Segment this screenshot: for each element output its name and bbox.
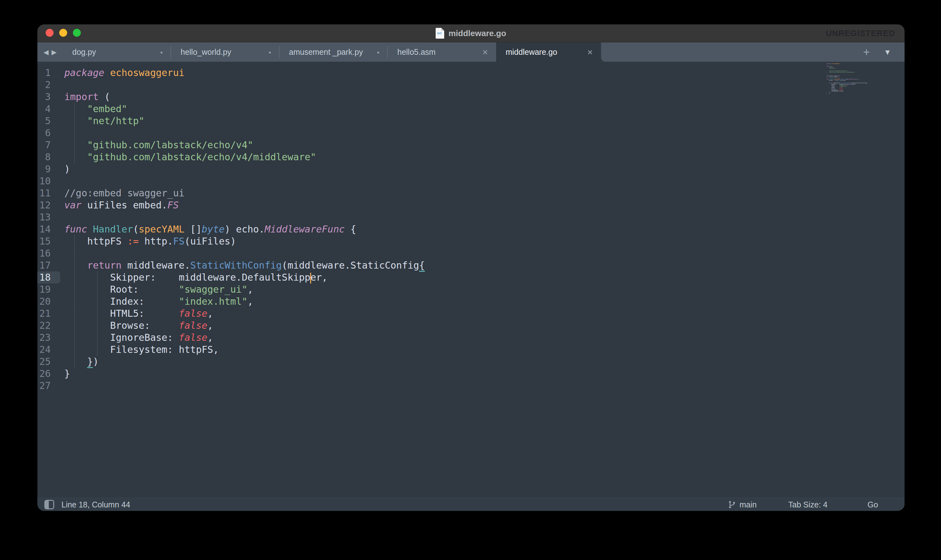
line-number[interactable]: 22 bbox=[37, 320, 60, 332]
line-number[interactable]: 2 bbox=[37, 79, 60, 91]
new-tab-button[interactable]: + bbox=[863, 46, 870, 58]
tab-nav: ◀ ▶ bbox=[37, 42, 63, 62]
code-line-7[interactable]: 7 "github.com/labstack/echo/v4" bbox=[37, 139, 904, 151]
close-tab-icon[interactable]: × bbox=[482, 47, 488, 58]
go-logo: GO bbox=[436, 32, 441, 35]
tab-hello-world.py[interactable]: hello_world.py● bbox=[171, 42, 279, 62]
line-number[interactable]: 21 bbox=[37, 308, 60, 320]
line-number[interactable]: 12 bbox=[37, 199, 60, 211]
code-line-9[interactable]: 9) bbox=[37, 163, 904, 175]
line-number[interactable]: 8 bbox=[37, 151, 60, 163]
tab-label: middleware.go bbox=[506, 48, 557, 57]
modified-dot-icon: ● bbox=[160, 50, 163, 55]
window-title: middleware.go bbox=[448, 29, 506, 38]
code-line-12[interactable]: 12var uiFiles embed.FS bbox=[37, 199, 904, 211]
modified-dot-icon: ● bbox=[269, 50, 271, 55]
tab-label: hello5.asm bbox=[397, 48, 436, 57]
git-branch-indicator[interactable]: main bbox=[728, 498, 756, 511]
close-tab-icon[interactable]: × bbox=[587, 47, 593, 58]
code-line-5[interactable]: 5 "net/http" bbox=[37, 115, 904, 127]
line-number[interactable]: 11 bbox=[37, 187, 60, 199]
sidebar-toggle-button[interactable] bbox=[45, 500, 54, 509]
app-window: GO middleware.go UNREGISTERED ◀ ▶ dog.py… bbox=[37, 25, 904, 511]
line-number[interactable]: 20 bbox=[37, 295, 60, 308]
code-line-24[interactable]: 24 Filesystem: httpFS, bbox=[37, 344, 904, 356]
indent-guide bbox=[74, 103, 75, 163]
tab-strip: dog.py●hello_world.py●amusement _park.py… bbox=[63, 42, 601, 62]
tab-amusement-park.py[interactable]: amusement _park.py● bbox=[279, 42, 388, 62]
code-line-6[interactable]: 6 bbox=[37, 127, 904, 139]
sidebar-toggle-icon bbox=[45, 501, 49, 508]
line-number[interactable]: 13 bbox=[37, 211, 60, 223]
line-number[interactable]: 1 bbox=[37, 67, 60, 79]
line-number[interactable]: 18 bbox=[37, 271, 60, 283]
line-number[interactable]: 23 bbox=[37, 332, 60, 344]
code-line-14[interactable]: 14func Handler(specYAML []byte) echo.Mid… bbox=[37, 223, 904, 235]
modified-dot-icon: ● bbox=[377, 50, 380, 55]
indent-guide bbox=[97, 271, 98, 356]
code-line-1[interactable]: 1package echoswaggerui bbox=[37, 67, 904, 79]
tab-middleware.go[interactable]: middleware.go× bbox=[496, 42, 601, 62]
go-file-icon: GO bbox=[436, 28, 444, 38]
code-line-25[interactable]: 25 }) bbox=[37, 356, 904, 368]
code-line-15[interactable]: 15 httpFS := http.FS(uiFiles) bbox=[37, 235, 904, 248]
code-line-3[interactable]: 3import ( bbox=[37, 91, 904, 103]
line-number[interactable]: 25 bbox=[37, 356, 60, 368]
git-branch-label: main bbox=[739, 500, 756, 509]
line-number[interactable]: 9 bbox=[37, 163, 60, 175]
title-group: GO middleware.go bbox=[37, 25, 904, 42]
git-branch-icon bbox=[728, 500, 736, 509]
tab-bar-rest: + ▼ bbox=[601, 42, 904, 62]
line-number[interactable]: 7 bbox=[37, 139, 60, 151]
line-number[interactable]: 27 bbox=[37, 380, 60, 392]
minimap[interactable]: package echoswaggeruiimport ( "embed" "n… bbox=[822, 63, 890, 98]
line-number[interactable]: 3 bbox=[37, 91, 60, 103]
code-line-20[interactable]: 20 Index: "index.html", bbox=[37, 295, 904, 308]
code-line-16[interactable]: 16 bbox=[37, 248, 904, 259]
tab-label: amusement _park.py bbox=[289, 48, 363, 57]
line-number[interactable]: 4 bbox=[37, 103, 60, 115]
line-number[interactable]: 6 bbox=[37, 127, 60, 139]
tab-size-indicator[interactable]: Tab Size: 4 bbox=[788, 498, 827, 511]
code-line-18[interactable]: 18 Skipper: middleware.DefaultSkipper, bbox=[37, 271, 904, 283]
indent-guide bbox=[74, 235, 75, 368]
tab-overflow-button[interactable]: ▼ bbox=[884, 48, 891, 56]
code-line-21[interactable]: 21 HTML5: false, bbox=[37, 308, 904, 320]
code-line-27[interactable]: 27 bbox=[37, 380, 904, 392]
line-number[interactable]: 24 bbox=[37, 344, 60, 356]
tab-bar: ◀ ▶ dog.py●hello_world.py●amusement _par… bbox=[37, 42, 904, 62]
status-bar: Line 18, Column 44 main Tab Size: 4 Go bbox=[37, 498, 904, 511]
title-bar: GO middleware.go UNREGISTERED bbox=[37, 25, 904, 42]
code-line-17[interactable]: 17 return middleware.StaticWithConfig(mi… bbox=[37, 259, 904, 271]
tab-dog.py[interactable]: dog.py● bbox=[63, 42, 171, 62]
syntax-indicator[interactable]: Go bbox=[867, 498, 878, 511]
code-line-23[interactable]: 23 IgnoreBase: false, bbox=[37, 332, 904, 344]
line-number[interactable]: 26 bbox=[37, 368, 60, 380]
code-editor[interactable]: 1package echoswaggerui23import (4 "embed… bbox=[37, 62, 904, 498]
line-number[interactable]: 10 bbox=[37, 175, 60, 187]
code-line-10[interactable]: 10 bbox=[37, 175, 904, 187]
code-line-4[interactable]: 4 "embed" bbox=[37, 103, 904, 115]
line-number[interactable]: 17 bbox=[37, 259, 60, 271]
tab-label: dog.py bbox=[72, 48, 96, 57]
tab-forward-icon[interactable]: ▶ bbox=[52, 49, 57, 55]
code-line-22[interactable]: 22 Browse: false, bbox=[37, 320, 904, 332]
code-line-26[interactable]: 26} bbox=[37, 368, 904, 380]
tab-hello5.asm[interactable]: hello5.asm× bbox=[388, 42, 496, 62]
tab-back-icon[interactable]: ◀ bbox=[43, 49, 48, 55]
tab-label: hello_world.py bbox=[180, 48, 231, 57]
code-line-11[interactable]: 11//go:embed swagger_ui bbox=[37, 187, 904, 199]
line-number[interactable]: 14 bbox=[37, 223, 60, 235]
line-number[interactable]: 5 bbox=[37, 115, 60, 127]
code-line-19[interactable]: 19 Root: "swagger_ui", bbox=[37, 283, 904, 295]
code-line-2[interactable]: 2 bbox=[37, 79, 904, 91]
line-number[interactable]: 19 bbox=[37, 283, 60, 295]
code-line-27 bbox=[822, 95, 890, 96]
caret-position: Line 18, Column 44 bbox=[62, 498, 130, 511]
code-line-8[interactable]: 8 "github.com/labstack/echo/v4/middlewar… bbox=[37, 151, 904, 163]
line-number[interactable]: 16 bbox=[37, 248, 60, 259]
unregistered-badge: UNREGISTERED bbox=[825, 25, 895, 42]
line-number[interactable]: 15 bbox=[37, 235, 60, 248]
code-line-13[interactable]: 13 bbox=[37, 211, 904, 223]
